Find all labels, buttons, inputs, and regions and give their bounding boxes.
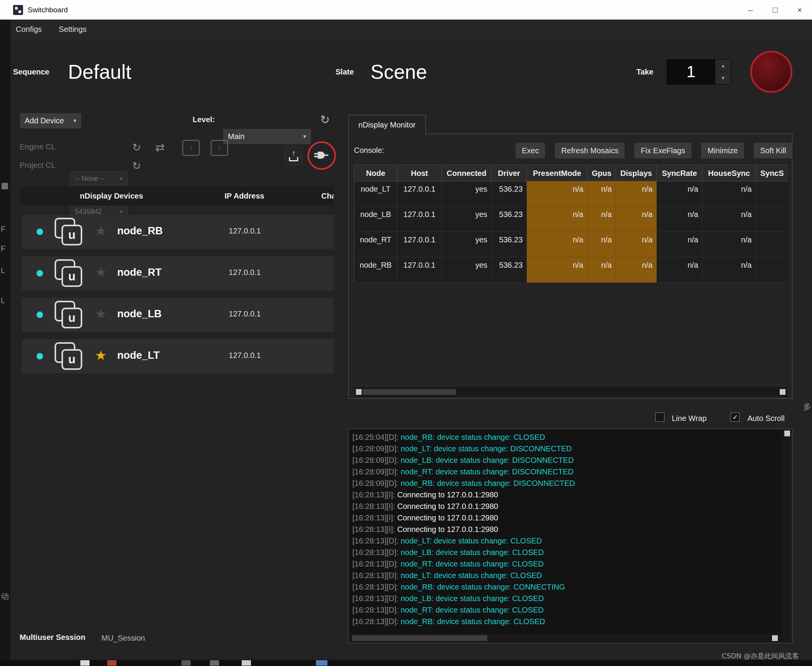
scrollbar-right-button[interactable] [772,635,778,641]
deploy-build-icon[interactable]: ↓ [211,140,228,156]
monitor-row: node_RB127.0.0.1yes536.23n/an/an/an/an/a [354,257,788,283]
device-row[interactable]: u★node_LB127.0.0.1 [22,298,334,332]
take-value[interactable]: 1 [667,60,715,84]
monitor-row: node_RT127.0.0.1yes536.23n/an/an/an/an/a [354,232,788,257]
scrollbar-right-button[interactable] [780,389,785,395]
menu-settings[interactable]: Settings [59,25,86,34]
multiuser-session-label: Multiuser Session [20,633,85,642]
monitor-column-header[interactable]: Displays [616,165,657,181]
scrollbar-left-button[interactable] [356,389,362,395]
tab-ndisplay-monitor[interactable]: nDisplay Monitor [348,115,426,134]
add-device-button[interactable]: Add Device ▼ [20,113,81,129]
take-increment-button[interactable]: ▲ [715,60,731,72]
column-change[interactable]: Cha [321,186,334,205]
device-row[interactable]: u★node_RB127.0.0.1 [22,215,334,249]
monitor-column-header[interactable]: Gpus [588,165,616,181]
window-controls: – □ × [738,0,812,20]
log-message: Connecting to 127.0.0.1:2980 [397,490,498,499]
take-decrement-button[interactable]: ▼ [715,72,731,84]
scrollbar-thumb[interactable] [784,431,790,436]
menu-configs[interactable]: Configs [16,25,42,34]
log-output[interactable]: [16:25:04][D]: node_RB: device status ch… [348,429,792,643]
monitor-cell: n/a [527,232,588,257]
log-entry: [16:28:13][I]: Connecting to 127.0.0.1:2… [352,512,779,524]
monitor-cell: 127.0.0.1 [397,207,442,232]
start-all-devices-button[interactable]: ↑ [285,147,302,165]
level-dropdown[interactable]: Main ▼ [223,129,311,144]
unreal-engine-icon: u [55,218,82,245]
close-button[interactable]: × [787,0,812,20]
log-timestamp: [16:28:09][D]: [352,479,401,487]
log-message: node_RB: device status change: CLOSED [401,617,545,626]
taskbar-icon-fragment [316,660,327,666]
level-refresh-icon[interactable]: ↻ [320,113,330,127]
device-ip: 127.0.0.1 [216,268,274,277]
project-cl-refresh-icon[interactable]: ↻ [132,159,141,173]
monitor-column-header[interactable]: Node [354,165,397,181]
column-ip-address[interactable]: IP Address [212,186,277,205]
refresh-mosaics-button[interactable]: Refresh Mosaics [555,142,625,159]
monitor-cell: n/a [527,257,588,283]
favorite-star-icon[interactable]: ★ [95,306,106,321]
slate-value[interactable]: Scene [370,59,427,84]
engine-cl-dropdown[interactable]: -- None -- ▼ [70,171,128,186]
device-row[interactable]: u★node_RT127.0.0.1 [22,256,334,290]
monitor-cell: node_RB [354,257,397,283]
scrollbar-thumb[interactable] [352,635,487,641]
device-status-dot [37,353,43,360]
monitor-column-header[interactable]: HouseSync [702,165,756,181]
monitor-column-header[interactable]: Host [397,165,442,181]
monitor-cell [756,207,788,232]
monitor-cell: n/a [588,207,616,232]
device-row[interactable]: u★node_LT127.0.0.1 [22,339,334,373]
minimize-nodes-button[interactable]: Minimize [701,142,744,159]
log-entry: [16:28:13][D]: node_RB: device status ch… [352,581,779,593]
monitor-cell: n/a [702,257,756,283]
monitor-cell: n/a [657,257,702,283]
engine-cl-refresh-icon[interactable]: ↻ [132,141,141,154]
monitor-cell: 127.0.0.1 [397,257,442,283]
sync-build-icon[interactable]: ↓ [182,140,200,156]
monitor-column-header[interactable]: SyncRate [657,165,702,181]
fix-exeflags-button[interactable]: Fix ExeFlags [634,142,692,159]
monitor-cell: 536.23 [492,207,527,232]
log-message: node_LT: device status change: CLOSED [401,537,542,545]
log-timestamp: [16:28:13][D]: [352,606,401,614]
app-icon [13,5,23,15]
monitor-column-header[interactable]: PresentMode [527,165,588,181]
record-button[interactable] [750,51,792,93]
monitor-cell: n/a [616,207,657,232]
slate-label: Slate [335,68,354,76]
chevron-down-icon: ▼ [302,134,307,139]
log-vertical-scrollbar[interactable] [782,429,792,633]
sequence-value[interactable]: Default [68,59,131,84]
favorite-star-icon[interactable]: ★ [95,223,106,239]
favorite-star-icon[interactable]: ★ [95,265,106,280]
unreal-engine-icon-letter: u [61,349,82,370]
log-message: node_RB: device status change: CLOSED [401,433,545,441]
switchboard-app: Switchboard – □ × FFLL 动 Configs Setting… [0,0,812,666]
monitor-column-header[interactable]: Connected [442,165,492,181]
titlebar[interactable]: Switchboard – □ × [0,0,812,20]
auto-scroll-checkbox[interactable]: ✓ [731,413,740,422]
maximize-button[interactable]: □ [763,0,787,20]
log-message: node_RB: device status change: CONNECTIN… [401,583,565,591]
minimize-button[interactable]: – [738,0,763,20]
favorite-star-icon[interactable]: ★ [95,348,106,363]
column-ndisplay-devices[interactable]: nDisplay Devices [20,186,203,205]
exec-button[interactable]: Exec [515,142,545,159]
log-timestamp: [16:28:13][D]: [352,617,401,626]
monitor-cell: 127.0.0.1 [397,181,442,207]
line-wrap-checkbox[interactable] [655,413,664,422]
log-entry: [16:28:13][D]: node_LT: device status ch… [352,570,779,581]
log-horizontal-scrollbar[interactable] [349,633,782,643]
monitor-horizontal-scrollbar[interactable] [354,387,787,397]
monitor-cell: yes [442,181,492,207]
scrollbar-thumb[interactable] [363,389,456,395]
take-spinner[interactable]: 1 ▲ ▼ [667,59,731,84]
soft-kill-button[interactable]: Soft Kill [754,142,793,159]
monitor-column-header[interactable]: SyncS [756,165,788,181]
taskbar-icon-fragment [107,660,116,666]
monitor-table-header: NodeHostConnectedDriverPresentModeGpusDi… [354,165,788,181]
monitor-column-header[interactable]: Driver [492,165,527,181]
